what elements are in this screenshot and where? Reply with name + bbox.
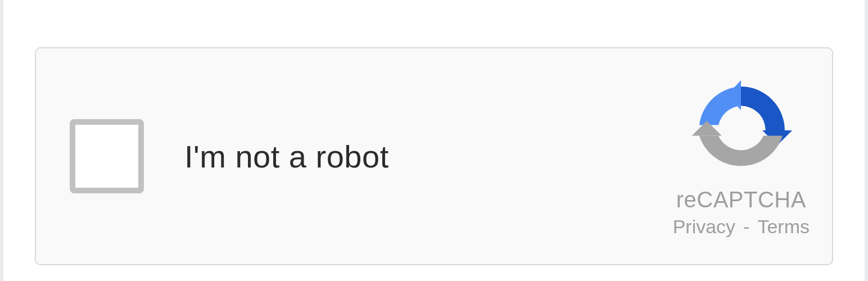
legal-separator: - xyxy=(743,216,749,238)
page-root: I'm not a robot reCAPTCHA Privacy xyxy=(0,0,868,281)
not-a-robot-label: I'm not a robot xyxy=(184,138,389,175)
not-a-robot-checkbox[interactable] xyxy=(70,119,144,193)
recaptcha-widget: I'm not a robot reCAPTCHA Privacy xyxy=(35,47,833,265)
recaptcha-brand-name: reCAPTCHA xyxy=(676,187,806,212)
terms-link[interactable]: Terms xyxy=(757,216,810,238)
recaptcha-brand-cluster: reCAPTCHA Privacy - Terms xyxy=(673,77,810,238)
privacy-link[interactable]: Privacy xyxy=(673,216,735,238)
recaptcha-legal-row: Privacy - Terms xyxy=(673,216,810,238)
checkbox-cluster: I'm not a robot xyxy=(70,119,389,193)
recaptcha-logo-icon xyxy=(685,77,797,184)
